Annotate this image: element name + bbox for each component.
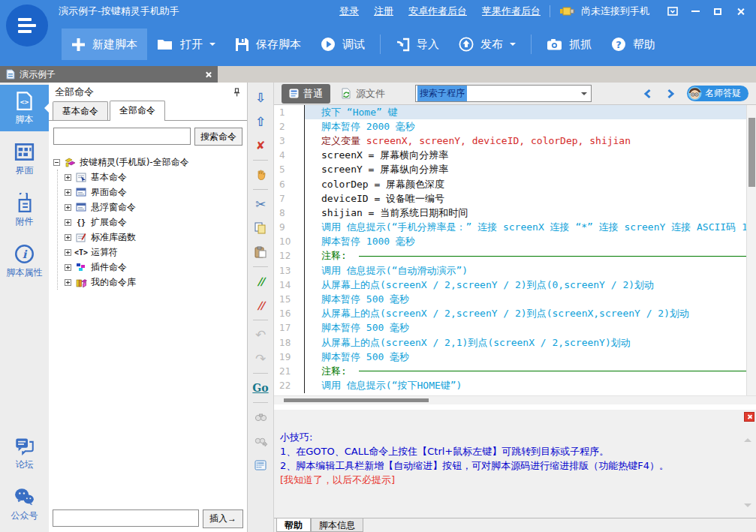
teacher-qa-badge[interactable]: 名师答疑 — [687, 86, 748, 101]
tree-item-plugin-commands[interactable]: 插件命令 — [65, 260, 245, 275]
redo-icon[interactable]: ↷ — [248, 347, 273, 371]
uncomment-icon[interactable]: // — [248, 293, 273, 317]
expand-icon[interactable] — [65, 204, 71, 211]
cut-icon[interactable]: ✂ — [248, 192, 273, 216]
tree-item-my-command-library[interactable]: 我的命令库 — [65, 275, 245, 290]
close-icon[interactable] — [205, 71, 212, 78]
script-list-icon[interactable] — [248, 453, 273, 477]
help-button[interactable]: ? 帮助 — [601, 29, 665, 60]
drag-hand-icon[interactable] — [248, 163, 273, 187]
delete-icon[interactable]: ✘ — [248, 134, 273, 158]
debug-button[interactable]: 调试 — [311, 29, 375, 60]
pin-icon[interactable] — [232, 88, 241, 97]
command-search-input[interactable] — [53, 128, 191, 145]
publish-button[interactable]: 发布 — [449, 29, 526, 60]
horizontal-scrollbar[interactable] — [274, 395, 756, 404]
sidebar-item-attachment[interactable]: 附件 — [0, 187, 49, 233]
find-next-icon[interactable] — [248, 429, 273, 453]
code-line[interactable]: 12 注释: — [274, 249, 756, 263]
code-line[interactable]: 16 从屏幕上的点(screenX / 2,screenY / 2)到点(scr… — [274, 307, 756, 321]
titlebar-link[interactable]: 注册 — [374, 5, 393, 18]
view-tab-source[interactable]: 源文件 — [341, 87, 385, 101]
tree-item-floating-window-commands[interactable]: 悬浮窗命令 — [65, 200, 245, 215]
paste-icon[interactable] — [248, 240, 273, 264]
scroll-up-icon[interactable] — [744, 438, 751, 442]
code-line[interactable]: 13 调用 信息提示(“自动滑动演示”) — [274, 263, 756, 278]
code-line[interactable]: 18 从屏幕上的点(screenX / 2,1)到点(screenX / 2,s… — [274, 335, 756, 350]
tab-help[interactable]: 帮助 — [276, 518, 311, 532]
command-search-button[interactable]: 搜索命令 — [194, 128, 242, 146]
insert-input[interactable] — [53, 509, 199, 527]
code-line[interactable]: 6 colorDep = 屏幕颜色深度 — [274, 177, 756, 191]
code-line[interactable]: 22 调用 信息提示(“按下HOME键”) — [274, 379, 756, 393]
titlebar-link[interactable]: 苹果作者后台 — [482, 5, 541, 18]
sidebar-item-script-properties[interactable]: i 脚本属性 — [0, 238, 49, 284]
goto-icon[interactable]: Go — [248, 376, 273, 400]
subroutine-search-combo[interactable]: 搜索子程序 — [415, 85, 592, 102]
code-area[interactable]: 1 按下 “Home” 键 2 脚本暂停 2000 毫秒 3 定义变量 scre… — [274, 105, 756, 395]
expand-icon[interactable] — [65, 174, 71, 181]
tree-item-basic-commands[interactable]: 基本命令 — [65, 170, 245, 185]
import-button[interactable]: 导入 — [386, 29, 449, 60]
tree-item-standard-library[interactable]: 标准库函数 — [65, 230, 245, 245]
expand-icon[interactable] — [65, 189, 71, 196]
maximize-icon[interactable] — [706, 3, 729, 20]
tab-script-info[interactable]: 脚本信息 — [311, 518, 363, 532]
code-line[interactable]: 7 deviceID = 设备唯一编号 — [274, 191, 756, 206]
capture-button[interactable]: 抓抓 — [537, 29, 601, 60]
open-button[interactable]: 打开 — [147, 29, 225, 60]
code-line[interactable]: 10 脚本暂停 1000 毫秒 — [274, 235, 756, 249]
undo-icon[interactable]: ↶ — [248, 323, 273, 347]
view-tab-normal[interactable]: 普通 — [282, 84, 330, 104]
sidebar-item-forum[interactable]: 论坛 — [0, 430, 49, 476]
move-down-icon[interactable]: ⇩ — [248, 86, 273, 110]
code-line[interactable]: 17 脚本暂停 500 毫秒 — [274, 321, 756, 335]
collapse-icon[interactable] — [53, 159, 60, 166]
find-icon[interactable] — [248, 405, 273, 429]
tree-item-operators[interactable]: <T> 运算符 — [65, 245, 245, 260]
tab-basic-commands[interactable]: 基本命令 — [53, 101, 108, 120]
new-script-button[interactable]: 新建脚本 — [62, 29, 147, 60]
vertical-scrollbar[interactable] — [746, 105, 756, 395]
expand-icon[interactable] — [65, 279, 71, 286]
move-up-icon[interactable]: ⇧ — [248, 110, 273, 134]
sidebar-item-interface[interactable]: 界面 — [0, 136, 49, 182]
code-line[interactable]: 19 脚本暂停 500 毫秒 — [274, 350, 756, 364]
code-line[interactable]: 21 注释: — [274, 364, 756, 378]
save-script-button[interactable]: 保存脚本 — [225, 29, 311, 60]
code-line[interactable]: 3 定义变量 screenX, screenY, deviceID, color… — [274, 134, 756, 148]
scrollbar-thumb[interactable] — [284, 398, 429, 402]
tree-item-extended-commands[interactable]: {} 扩展命令 — [65, 215, 245, 230]
document-tab[interactable]: 演示例子 — [0, 66, 218, 83]
code-line[interactable]: 14 从屏幕上的点(screenX / 2,screenY / 2)到点(0,s… — [274, 278, 756, 292]
insert-button[interactable]: 插入→ — [203, 509, 243, 528]
scroll-down-icon[interactable] — [744, 503, 751, 507]
expand-icon[interactable] — [65, 264, 71, 271]
expand-icon[interactable] — [65, 219, 71, 226]
code-line[interactable]: 2 脚本暂停 2000 毫秒 — [274, 119, 756, 134]
tree-item-interface-commands[interactable]: 界面命令 — [65, 185, 245, 200]
sidebar-item-official-account[interactable]: 公众号 — [0, 481, 49, 527]
code-line[interactable]: 9 调用 信息提示(“手机分辨率是：” 连接 screenX 连接 “*” 连接… — [274, 221, 756, 235]
code-line[interactable]: 1 按下 “Home” 键 — [274, 105, 756, 119]
close-help-button[interactable] — [744, 412, 754, 422]
code-line[interactable]: 15 脚本暂停 500 毫秒 — [274, 292, 756, 306]
chevron-right-icon[interactable] — [665, 89, 676, 99]
expand-icon[interactable] — [65, 249, 71, 256]
scrollbar-thumb[interactable] — [748, 118, 755, 187]
comment-icon[interactable]: // — [248, 269, 273, 293]
chevron-left-icon[interactable] — [643, 89, 653, 99]
connection-status[interactable]: 尚未连接到手机 — [559, 5, 649, 18]
titlebar-link[interactable]: 安卓作者后台 — [408, 5, 467, 18]
titlebar-link[interactable]: 登录 — [339, 5, 359, 18]
app-logo[interactable] — [6, 5, 48, 47]
tree-root[interactable]: 按键精灵(手机版)-全部命令 — [53, 155, 245, 170]
minimize-icon[interactable] — [684, 3, 706, 20]
code-line[interactable]: 5 screenY = 屏幕纵向分辨率 — [274, 163, 756, 177]
copy-icon[interactable] — [248, 216, 273, 240]
expand-icon[interactable] — [65, 234, 71, 241]
code-line[interactable]: 8 shijian = 当前系统日期和时间 — [274, 206, 756, 220]
code-line[interactable]: 4 screenX = 屏幕横向分辨率 — [274, 149, 756, 163]
tab-all-commands[interactable]: 全部命令 — [110, 101, 165, 121]
sidebar-item-script[interactable]: <> 脚本 — [0, 85, 49, 131]
